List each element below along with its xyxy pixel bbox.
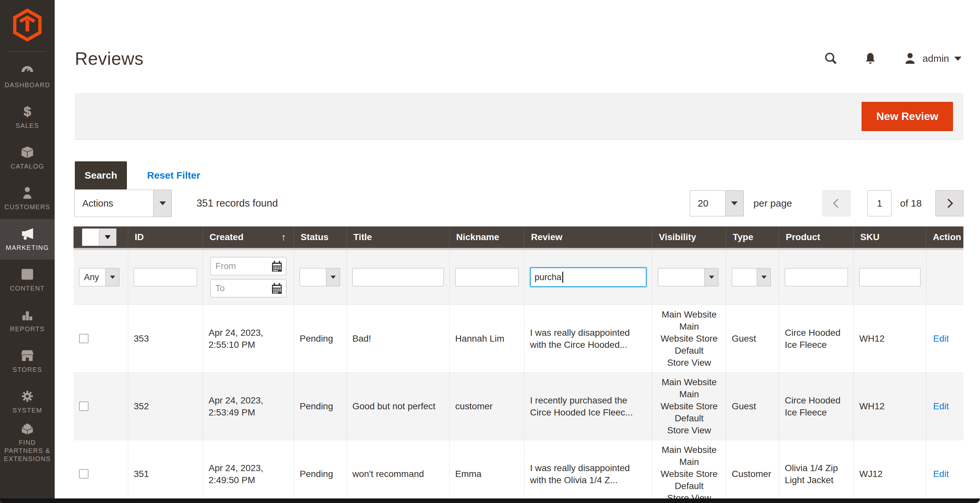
search-button[interactable]: Search bbox=[75, 161, 127, 189]
filter-cell-review: purcha bbox=[524, 250, 652, 304]
sidebar-item-label: DASHBOARD bbox=[3, 81, 52, 89]
sidebar-item-customers[interactable]: CUSTOMERS bbox=[0, 178, 55, 219]
select-all-control[interactable] bbox=[82, 228, 116, 246]
sidebar-item-label: CONTENT bbox=[8, 284, 46, 293]
page-actions-band: New Review bbox=[75, 93, 963, 140]
new-review-button[interactable]: New Review bbox=[862, 102, 953, 131]
filter-cell-type bbox=[726, 250, 779, 304]
cell-id: 353 bbox=[128, 305, 203, 372]
dashboard-icon bbox=[21, 64, 34, 78]
review-filter-value: purcha bbox=[535, 272, 562, 282]
row-checkbox[interactable] bbox=[79, 334, 89, 343]
column-header-id[interactable]: ID bbox=[128, 226, 203, 248]
per-page-value: 20 bbox=[690, 191, 725, 216]
sidebar-item-content[interactable]: CONTENT bbox=[0, 259, 55, 300]
chevron-down-icon bbox=[709, 275, 714, 279]
total-pages-text: of 18 bbox=[900, 198, 922, 209]
cell-product: Olivia 1/4 Zip Light Jacket bbox=[779, 440, 853, 503]
chevron-down-icon bbox=[761, 275, 767, 279]
visibility-filter-dropdown[interactable] bbox=[658, 268, 718, 286]
column-header-created[interactable]: Created ↑ bbox=[203, 226, 294, 248]
customers-icon bbox=[21, 186, 34, 200]
column-header-title[interactable]: Title bbox=[347, 226, 449, 248]
title-filter-input[interactable] bbox=[352, 268, 444, 286]
table-row: 353 Apr 24, 2023, 2:55:10 PM Pending Bad… bbox=[73, 304, 963, 372]
sidebar-item-label: FIND PARTNERS & EXTENSIONS bbox=[0, 439, 55, 463]
column-header-type[interactable]: Type bbox=[726, 226, 779, 248]
filter-cell-status bbox=[294, 250, 347, 304]
actions-dropdown[interactable]: Actions bbox=[74, 190, 172, 217]
admin-sidebar: DASHBOARD $ SALES CATALOG CUSTOMERS MARK… bbox=[0, 0, 55, 503]
chevron-down-icon bbox=[159, 201, 166, 205]
cell-product: Circe Hooded Ice Fleece bbox=[779, 372, 853, 440]
sidebar-item-reports[interactable]: REPORTS bbox=[0, 300, 55, 341]
page-number-input[interactable] bbox=[867, 190, 891, 216]
cell-sku: WH12 bbox=[853, 305, 926, 372]
calendar-icon[interactable] bbox=[271, 282, 283, 294]
select-all-checkbox[interactable] bbox=[82, 229, 99, 246]
select-all-cell bbox=[73, 226, 128, 248]
row-checkbox[interactable] bbox=[79, 401, 89, 411]
column-header-nickname[interactable]: Nickname bbox=[449, 226, 524, 248]
sidebar-item-find-partners[interactable]: FIND PARTNERS & EXTENSIONS bbox=[0, 422, 55, 463]
cell-nickname: Emma bbox=[449, 440, 524, 503]
edit-link[interactable]: Edit bbox=[932, 333, 949, 344]
previous-page-button[interactable] bbox=[822, 190, 851, 216]
next-page-button[interactable] bbox=[935, 190, 963, 216]
sku-filter-input[interactable] bbox=[859, 268, 920, 286]
stores-icon bbox=[21, 349, 34, 363]
search-icon[interactable] bbox=[824, 51, 838, 66]
sales-icon: $ bbox=[21, 105, 34, 118]
nickname-filter-input[interactable] bbox=[455, 268, 519, 286]
records-found-text: 351 records found bbox=[197, 197, 278, 209]
status-filter-dropdown[interactable] bbox=[300, 268, 340, 286]
admin-menu[interactable]: admin bbox=[903, 51, 961, 66]
reviews-grid: ID Created ↑ Status Title Nickname Revie… bbox=[73, 226, 963, 503]
cell-created: Apr 24, 2023, 2:53:49 PM bbox=[203, 372, 294, 440]
filter-cell-created bbox=[203, 250, 294, 304]
partners-icon bbox=[21, 422, 34, 435]
chevron-down-icon bbox=[954, 57, 961, 61]
id-filter-input[interactable] bbox=[134, 268, 197, 286]
content-icon bbox=[21, 267, 34, 281]
edit-link[interactable]: Edit bbox=[932, 401, 949, 412]
catalog-icon bbox=[21, 145, 34, 159]
any-filter-value: Any bbox=[80, 268, 105, 286]
filter-cell-action bbox=[926, 250, 963, 304]
sidebar-item-catalog[interactable]: CATALOG bbox=[0, 138, 55, 178]
type-filter-dropdown[interactable] bbox=[732, 268, 771, 286]
cell-status: Pending bbox=[294, 372, 347, 440]
chevron-down-icon bbox=[331, 275, 336, 279]
sidebar-item-label: REPORTS bbox=[8, 325, 47, 333]
filter-cell-id bbox=[128, 250, 203, 304]
chevron-down-icon bbox=[731, 201, 738, 205]
notifications-icon[interactable] bbox=[863, 51, 878, 66]
header-actions: admin bbox=[824, 51, 961, 66]
cell-id: 351 bbox=[128, 440, 203, 503]
sidebar-item-system[interactable]: SYSTEM bbox=[0, 382, 55, 422]
sidebar-item-dashboard[interactable]: DASHBOARD bbox=[0, 56, 55, 97]
column-header-review[interactable]: Review bbox=[524, 226, 652, 248]
review-filter-input[interactable]: purcha bbox=[530, 267, 646, 287]
sidebar-item-sales[interactable]: $ SALES bbox=[0, 97, 55, 138]
column-header-visibility[interactable]: Visibility bbox=[652, 226, 726, 248]
calendar-icon[interactable] bbox=[271, 260, 283, 272]
column-header-status[interactable]: Status bbox=[294, 226, 347, 248]
cell-title: Bad! bbox=[347, 305, 449, 372]
edit-link[interactable]: Edit bbox=[932, 469, 949, 479]
any-filter-dropdown[interactable]: Any bbox=[79, 268, 119, 286]
reset-filter-link[interactable]: Reset Filter bbox=[147, 170, 200, 181]
select-all-dropdown[interactable] bbox=[99, 229, 116, 246]
column-header-product[interactable]: Product bbox=[779, 226, 853, 248]
row-checkbox[interactable] bbox=[79, 469, 89, 479]
column-header-sku[interactable]: SKU bbox=[853, 226, 926, 248]
column-header-action[interactable]: Action bbox=[926, 226, 963, 248]
magento-logo[interactable] bbox=[12, 0, 42, 49]
sidebar-item-stores[interactable]: STORES bbox=[0, 341, 55, 382]
sidebar-item-label: STORES bbox=[11, 366, 44, 374]
cell-title: won't recommand bbox=[347, 440, 449, 503]
sidebar-item-marketing[interactable]: MARKETING bbox=[0, 219, 55, 259]
per-page-dropdown[interactable]: 20 bbox=[690, 190, 744, 216]
product-filter-input[interactable] bbox=[785, 268, 848, 286]
cell-sku: WH12 bbox=[853, 372, 926, 440]
